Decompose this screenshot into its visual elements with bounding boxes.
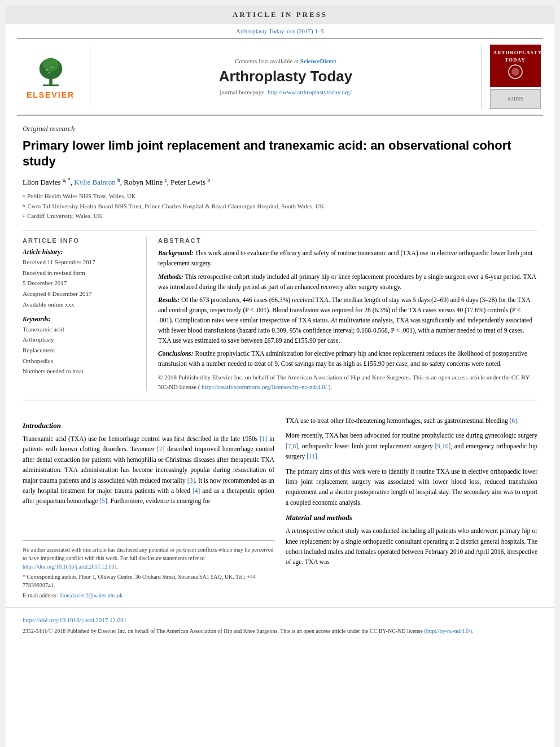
journal-title: Arthroplasty Today (219, 68, 352, 85)
affiliation-b: b Cwm Taf University Health Board NHS Tr… (23, 202, 537, 212)
ref-11: [11] (307, 453, 317, 460)
revised-label: Received in revised form (23, 268, 138, 278)
email-label: E-mail address: (23, 592, 58, 599)
logo-top-text: ARTHROPLASTY (493, 49, 537, 56)
sup-a: a (23, 191, 25, 202)
aip-text: ARTICLE IN PRESS (233, 10, 327, 19)
ref-1: [1] (260, 435, 267, 442)
article-type: Original research (23, 124, 537, 133)
header-area: ELSEVIER Contents lists available at Sci… (17, 38, 543, 116)
sciencedirect-label: Contents lists available at (235, 58, 299, 64)
email-note: E-mail address: llion.davies2@wales.nhs.… (23, 591, 274, 600)
ref-7-8: [7,8] (286, 443, 298, 449)
results-label: Results: (158, 296, 180, 303)
intro-para-3: The primary aims of this work were to id… (286, 466, 537, 508)
logo-mid-text: TODAY (493, 56, 537, 64)
aahks-badge: AAHKS (490, 89, 541, 109)
authors-line: Llion Davies a, *, Kylie Bainton b, Roby… (23, 177, 537, 187)
corresponding-note: * Corresponding author. Floor 1, Oldway … (23, 573, 274, 589)
author-4: Peter Lewis (170, 178, 207, 186)
arthroplasty-logo: ARTHROPLASTY TODAY (490, 45, 541, 87)
journal-ref-line: Arthroplasty Today xxx (2017) 1–5 (6, 24, 554, 38)
intro-para-2: More recently, TXA has been advocated fo… (286, 430, 537, 461)
footer-copyright: 2352-3441/© 2018 Published by Elsevier I… (23, 627, 537, 635)
abstract-copyright: © 2018 Published by Elsevier Inc. on beh… (158, 373, 537, 391)
ref-9-10: [9,10] (435, 443, 450, 449)
ref-3: [3] (187, 477, 195, 484)
material-methods-para: A retrospective cohort study was conduct… (286, 526, 537, 567)
author-2: Kylie Bainton (74, 178, 117, 186)
affil-c-text: Cardiff University, Wales, UK (27, 211, 102, 221)
abstract-text: Background: This work aimed to evaluate … (158, 248, 537, 391)
svg-point-6 (48, 71, 50, 73)
svg-point-5 (51, 66, 53, 68)
body-content: Introduction Tranexamic acid (TXA) use f… (6, 416, 554, 601)
aip-banner: ARTICLE IN PRESS (6, 6, 554, 24)
affiliation-c: c Cardiff University, Wales, UK (23, 211, 537, 221)
keywords-section: Keywords: Tranexamic acid Arthroplasty R… (23, 316, 138, 377)
conflict-note: No author associated with this article h… (23, 545, 274, 571)
abstract-conclusions: Conclusions: Routine prophylactic TXA ad… (158, 349, 537, 369)
abstract-methods: Methods: This retrospective cohort study… (158, 272, 537, 292)
aahks-text: AAHKS (508, 97, 523, 102)
journal-ref: Arthroplasty Today xxx (2017) 1–5 (236, 28, 324, 34)
article-title: Primary lower limb joint replacement and… (23, 138, 537, 170)
author-1: Llion Davies (23, 178, 63, 186)
available-online: Available online xxx (23, 299, 138, 310)
svg-point-4 (46, 69, 48, 71)
material-methods-heading: Material and methods (286, 513, 537, 522)
accepted-date: Accepted 6 December 2017 (23, 289, 138, 299)
sup-c: c (23, 211, 25, 221)
ref-4: [4] (193, 487, 200, 494)
page-footer: https://doi.org/10.1016/j.artd.2017.12.0… (6, 607, 554, 641)
body-right-col: TXA use to treat other life-threatening … (286, 416, 537, 601)
affil-b-text: Cwm Taf University Health Board NHS Trus… (28, 202, 325, 212)
keywords-heading: Keywords: (23, 316, 138, 322)
author-1-sup: a, * (63, 177, 71, 183)
email-address[interactable]: llion.davies2@wales.nhs.uk (59, 592, 123, 599)
ref-5: [5] (99, 497, 107, 504)
homepage-url[interactable]: http://www.arthroplastytoday.org/ (268, 89, 352, 95)
article-info-column: ARTICLE INFO Article history: Received 1… (23, 237, 147, 391)
footer-license-link[interactable]: (http://by-nc-nd/4.0/). (424, 628, 473, 634)
logo-graphic (498, 63, 532, 80)
journal-homepage: journal homepage: http://www.arthroplast… (220, 89, 352, 95)
methods-text: This retrospective cohort study included… (158, 273, 536, 290)
affiliations: a Public Health Wales NHS Trust, Wales, … (23, 191, 537, 221)
sciencedirect-link[interactable]: ScienceDirect (300, 58, 336, 64)
section-divider (23, 400, 537, 400)
conflict-link[interactable]: https://doi.org/10.1016/j.artd.2017.12.0… (23, 563, 117, 570)
intro-continued: TXA use to treat other life-threatening … (286, 416, 537, 426)
body-left-col: Introduction Tranexamic acid (TXA) use f… (23, 416, 274, 601)
elsevier-tree-icon (31, 54, 71, 88)
background-text: This work aimed to evaluate the efficacy… (158, 250, 533, 267)
abstract-label: ABSTRACT (158, 237, 537, 244)
footer-copyright-text: 2352-3441/© 2018 Published by Elsevier I… (23, 628, 423, 634)
received-date: Received 11 September 2017 (23, 257, 138, 268)
article-history: Article history: Received 11 September 2… (23, 248, 138, 309)
footer-doi[interactable]: https://doi.org/10.1016/j.artd.2017.12.0… (23, 617, 537, 623)
introduction-heading: Introduction (23, 421, 274, 430)
background-label: Background: (158, 250, 194, 256)
keyword-5: Numbers needed to treat (23, 366, 138, 377)
abstract-results: Results: Of the 673 procedures, 446 case… (158, 295, 537, 346)
svg-rect-1 (43, 84, 59, 86)
author-4-sup: b (207, 177, 210, 183)
affiliation-a: a Public Health Wales NHS Trust, Wales, … (23, 191, 537, 202)
ref-2: [2] (157, 445, 164, 452)
footnotes-area: No author associated with this article h… (23, 540, 274, 600)
sciencedirect-line: Contents lists available at ScienceDirec… (235, 58, 336, 64)
author-3: Robyn Milne (124, 178, 164, 186)
page: ARTICLE IN PRESS Arthroplasty Today xxx … (6, 6, 554, 747)
two-column-section: ARTICLE INFO Article history: Received 1… (23, 230, 537, 391)
copyright-end: ). (329, 383, 332, 390)
affil-a-text: Public Health Wales NHS Trust, Wales, UK (27, 191, 136, 202)
svg-point-8 (511, 68, 519, 76)
keyword-2: Arthroplasty (23, 334, 138, 345)
header-center: Contents lists available at ScienceDirec… (90, 45, 481, 109)
copyright-link[interactable]: http://creativecommons.org/licenses/by-n… (202, 383, 327, 390)
methods-label: Methods: (158, 273, 183, 280)
abstract-background: Background: This work aimed to evaluate … (158, 248, 537, 269)
svg-point-3 (43, 58, 59, 71)
keyword-3: Replacement (23, 345, 138, 356)
